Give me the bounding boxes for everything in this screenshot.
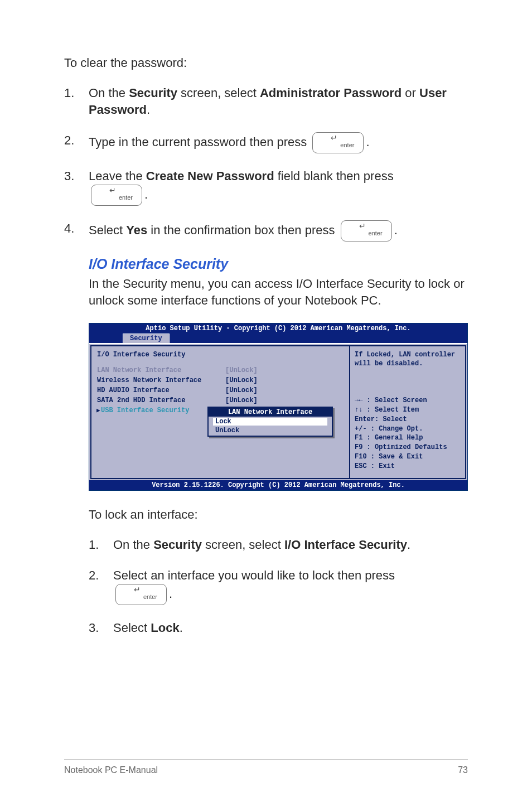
bios-popup-title: LAN Network Interface bbox=[209, 408, 332, 417]
step3-prefix: Leave the bbox=[89, 169, 146, 183]
lstep1-prefix: On the bbox=[113, 538, 153, 552]
bios-popup-option-lock: Lock bbox=[213, 418, 327, 426]
lstep3-b1: Lock bbox=[151, 621, 179, 635]
enter-key-label: enter bbox=[119, 188, 133, 207]
step-4: Select Yes in the confirmation box then … bbox=[64, 220, 468, 241]
step4-b1: Yes bbox=[126, 223, 147, 237]
steps-clear-password: On the Security screen, select Administr… bbox=[64, 85, 468, 241]
enter-key-arrow-icon: ↵ bbox=[134, 580, 141, 599]
bios-row-label: HD AUDIO Interface bbox=[97, 386, 225, 394]
bios-screenshot: Aptio Setup Utility - Copyright (C) 2012… bbox=[89, 323, 468, 490]
bios-panel-title: I/O Interface Security bbox=[97, 351, 344, 359]
bios-key-legend: →← : Select Screen ↑↓ : Select Item Ente… bbox=[355, 396, 461, 471]
bios-key-line: F9 : Optimized Defaults bbox=[355, 443, 461, 452]
step4-prefix: Select bbox=[89, 223, 126, 237]
step3-mid: field blank then press bbox=[274, 169, 394, 183]
footer-page-number: 73 bbox=[458, 765, 468, 775]
io-interface-security-heading: I/O Interface Security bbox=[89, 256, 468, 272]
step4-suf: . bbox=[394, 223, 398, 237]
bios-key-line: F1 : General Help bbox=[355, 433, 461, 443]
bios-tab-security: Security bbox=[123, 334, 170, 343]
step1-mid: screen, select bbox=[177, 86, 260, 100]
lock-step-1: On the Security screen, select I/O Inter… bbox=[89, 537, 468, 553]
bios-key-line: ↑↓ : Select Item bbox=[355, 405, 461, 415]
step-2: Type in the current password then press … bbox=[64, 132, 468, 153]
enter-key-label: enter bbox=[369, 224, 383, 243]
enter-key-arrow-icon: ↵ bbox=[359, 216, 366, 235]
bios-row-wireless: Wireless Network Interface [UnLock] bbox=[97, 376, 344, 384]
step2-text: Type in the current password then press bbox=[89, 135, 310, 149]
bios-row-value: [UnLock] bbox=[225, 366, 258, 374]
bios-right-panel: If Locked, LAN controller will be disabl… bbox=[349, 345, 466, 479]
lstep2-suf: . bbox=[169, 587, 172, 601]
lstep1-b2: I/O Interface Security bbox=[284, 538, 407, 552]
lstep1-mid: screen, select bbox=[202, 538, 284, 552]
lstep3-prefix: Select bbox=[113, 621, 151, 635]
enter-key-icon: enter↵ bbox=[115, 584, 167, 605]
bios-key-line: F10 : Save & Exit bbox=[355, 452, 461, 462]
step1-prefix: On the bbox=[89, 86, 129, 100]
bios-row-lan: LAN Network Interface [UnLock] bbox=[97, 366, 344, 374]
enter-key-arrow-icon: ↵ bbox=[109, 181, 116, 200]
enter-key-label: enter bbox=[143, 587, 157, 606]
footer-title: Notebook PC E-Manual bbox=[64, 765, 158, 775]
step3-b1: Create New Password bbox=[146, 169, 274, 183]
step1-b1: Security bbox=[129, 86, 177, 100]
bios-row-value: [UnLock] bbox=[225, 386, 258, 394]
step-3: Leave the Create New Password field blan… bbox=[64, 168, 468, 206]
bios-key-line: +/- : Change Opt. bbox=[355, 424, 461, 434]
intro-clear-password: To clear the password: bbox=[64, 56, 468, 70]
enter-key-arrow-icon: ↵ bbox=[331, 128, 337, 147]
io-interface-security-text: In the Security menu, you can access I/O… bbox=[89, 276, 468, 308]
bios-left-panel: I/O Interface Security LAN Network Inter… bbox=[90, 345, 349, 479]
step1-b2: Administrator Password bbox=[260, 86, 402, 100]
steps-lock-interface: On the Security screen, select I/O Inter… bbox=[89, 537, 468, 636]
bios-key-line: ESC : Exit bbox=[355, 462, 461, 471]
bios-row-value: [UnLock] bbox=[225, 376, 258, 384]
bios-row-label: LAN Network Interface bbox=[97, 366, 225, 374]
step1-mid2: or bbox=[402, 86, 419, 100]
enter-key-label: enter bbox=[340, 136, 354, 154]
bios-row-hdaudio: HD AUDIO Interface [UnLock] bbox=[97, 386, 344, 394]
bios-tab-row: Security bbox=[89, 334, 467, 343]
bios-key-line: →← : Select Screen bbox=[355, 396, 461, 405]
intro-lock-interface: To lock an interface: bbox=[89, 508, 468, 522]
lock-step-3: Select Lock. bbox=[89, 620, 468, 636]
lstep3-suf: . bbox=[180, 621, 183, 635]
bios-copyright: Aptio Setup Utility - Copyright (C) 2012… bbox=[89, 323, 467, 334]
bios-footer: Version 2.15.1226. Copyright (C) 2012 Am… bbox=[89, 480, 467, 490]
page-footer: Notebook PC E-Manual 73 bbox=[64, 759, 468, 775]
step3-suf: . bbox=[144, 187, 148, 201]
step1-suf: . bbox=[147, 103, 150, 117]
step-1: On the Security screen, select Administr… bbox=[64, 85, 468, 118]
bios-row-label: Wireless Network Interface bbox=[97, 376, 225, 384]
step2-suf: . bbox=[366, 135, 369, 149]
bios-popup-option-unlock: UnLock bbox=[213, 427, 327, 434]
lstep1-b1: Security bbox=[153, 538, 202, 552]
bios-row-label: SATA 2nd HDD Interface bbox=[97, 397, 225, 404]
step4-mid: in the confirmation box then press bbox=[147, 223, 338, 237]
bios-popup: LAN Network Interface Lock UnLock bbox=[207, 407, 333, 437]
lstep1-suf: . bbox=[407, 538, 410, 552]
bios-help-text: If Locked, LAN controller will be disabl… bbox=[355, 351, 461, 368]
enter-key-icon: enter↵ bbox=[91, 185, 142, 206]
bios-row-sata: SATA 2nd HDD Interface [UnLock] bbox=[97, 397, 344, 404]
enter-key-icon: enter↵ bbox=[341, 220, 392, 241]
bios-row-value: [UnLock] bbox=[225, 397, 258, 404]
bios-row-label: USB Interface Security bbox=[97, 407, 225, 414]
lstep2-text: Select an interface you would like to lo… bbox=[113, 568, 395, 582]
bios-arrow-icon: ▶ bbox=[96, 407, 100, 414]
lock-step-2: Select an interface you would like to lo… bbox=[89, 567, 468, 605]
enter-key-icon: enter↵ bbox=[312, 132, 364, 153]
bios-key-line: Enter: Select bbox=[355, 415, 461, 424]
